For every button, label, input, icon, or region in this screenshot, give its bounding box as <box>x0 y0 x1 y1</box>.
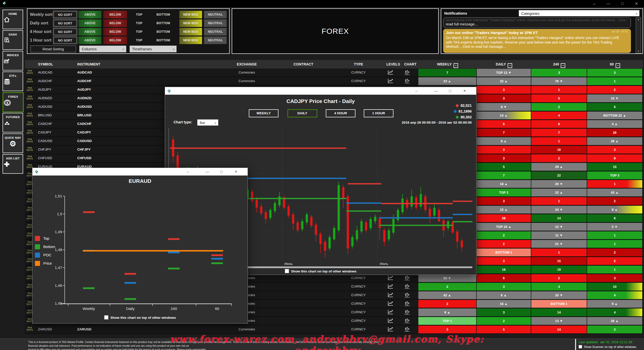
cell-60[interactable]: 2 <box>587 249 642 256</box>
cell-240[interactable]: 4 <box>531 112 587 119</box>
daily-cell[interactable]: 2 <box>477 231 531 239</box>
neutral-button[interactable]: NEUTRAL <box>204 19 227 27</box>
window-titlebar[interactable]: ↔ — □ × <box>32 168 248 176</box>
cell-240[interactable]: 21 ▼ <box>531 240 587 248</box>
new-box-button[interactable]: NEW BOX <box>179 28 202 36</box>
cell-240[interactable]: 3 <box>531 69 587 77</box>
daily-cell[interactable]: 8 ▼ <box>477 103 531 111</box>
sidebar-item-etfs[interactable]: ETFs <box>3 72 23 91</box>
sidebar-item-dash[interactable]: DASH <box>3 30 23 50</box>
daily-cell[interactable]: 7 <box>477 129 531 136</box>
cell-60[interactable]: 15 ▼ <box>587 94 642 102</box>
checkbox[interactable] <box>285 269 289 273</box>
levels-icon[interactable] <box>387 326 399 332</box>
maximize-button[interactable]: □ <box>445 87 455 95</box>
close-button[interactable]: × <box>631 0 642 7</box>
weekly-cell[interactable]: 50 ▼ <box>418 274 476 282</box>
resize-icon[interactable]: ↔ <box>589 0 600 7</box>
daily-cell[interactable]: 32 ▲ <box>477 77 531 85</box>
cell-240[interactable]: 5 <box>531 94 587 102</box>
cell-60[interactable]: 26 <box>587 129 642 136</box>
cell-240[interactable]: 15 <box>531 257 587 265</box>
cell-240[interactable]: 2 <box>531 154 587 162</box>
no-sort-button[interactable]: NO SORT <box>53 28 77 36</box>
daily-cell[interactable]: 3 <box>477 283 531 291</box>
table-row[interactable]: TASSAYSAUDCHFAUDCHFCurrenciesCURNCY23 ▲3… <box>25 77 643 86</box>
cell-60[interactable]: 2 <box>587 86 642 94</box>
cell-60[interactable]: 5 <box>587 103 642 111</box>
levels-icon[interactable] <box>387 275 399 281</box>
levels-icon[interactable] <box>387 318 399 323</box>
weekly-cell[interactable]: 2 <box>418 300 476 308</box>
cell-240[interactable]: 29 ▲ <box>531 163 587 171</box>
sidebar-item-quick-nav[interactable]: QUICK NAV⚙ <box>3 133 23 153</box>
chart-icon[interactable] <box>404 284 416 289</box>
neutral-button[interactable]: NEUTRAL <box>204 11 227 18</box>
daily-cell[interactable]: TOP 13 ▼ <box>477 69 531 77</box>
chart-icon[interactable] <box>404 301 416 306</box>
daily-cell[interactable]: TOP 2 <box>477 189 531 196</box>
resize-icon[interactable]: ↔ <box>411 87 421 95</box>
daily-cell[interactable]: 3 <box>477 86 531 94</box>
cell-60[interactable]: 4 <box>587 291 642 299</box>
daily-cell[interactable]: 2 <box>477 317 531 325</box>
chevron-down-icon[interactable]: ▼ <box>636 50 641 52</box>
cell-240[interactable]: BOTTOM 1 <box>531 300 587 308</box>
top-button[interactable]: TOP <box>128 37 151 44</box>
below-button[interactable]: BELOW <box>103 28 127 36</box>
weekly-cell[interactable]: 42 ▲ <box>418 291 476 299</box>
cell-240[interactable]: 12 ▼ <box>531 223 587 231</box>
close-button[interactable]: × <box>460 87 470 95</box>
checkbox[interactable] <box>579 345 582 348</box>
cell-60[interactable]: 5 <box>587 257 642 265</box>
timeframe-button-4-hour[interactable]: 4 HOUR <box>326 109 355 117</box>
cell-60[interactable]: 6 <box>587 214 642 222</box>
daily-cell[interactable]: 3 <box>477 308 531 316</box>
new-box-button[interactable]: NEW BOX <box>179 19 202 27</box>
neutral-button[interactable]: NEUTRAL <box>204 28 227 36</box>
chart-icon[interactable] <box>404 326 416 332</box>
daily-cell[interactable]: 6 ▲ <box>477 291 531 299</box>
column-header-weekly[interactable]: WEEKLY− <box>418 60 477 68</box>
cell-60[interactable]: BOTTOM 22 ▲ <box>587 112 642 119</box>
cell-240[interactable]: 14 <box>531 326 587 333</box>
chart-icon[interactable] <box>404 78 416 84</box>
resize-icon[interactable]: ↔ <box>183 168 193 176</box>
close-button[interactable]: × <box>231 168 241 176</box>
column-header-symbol[interactable]: SYMBOL <box>38 60 53 68</box>
categories-dropdown[interactable]: Categories ∨ <box>519 10 639 16</box>
daily-cell[interactable]: 16 <box>477 266 531 273</box>
column-header-240[interactable]: 240− <box>531 60 587 68</box>
daily-cell[interactable]: 6 <box>477 274 531 282</box>
cell-240[interactable]: 19 <box>531 266 587 273</box>
column-header-chart[interactable]: CHART <box>400 60 420 68</box>
cell-60[interactable]: 3 <box>587 69 642 77</box>
chart-icon[interactable] <box>404 309 416 315</box>
cell-60[interactable]: 1 <box>587 180 642 188</box>
cell-60[interactable]: 26 ▲ <box>587 137 642 145</box>
columns-dropdown[interactable]: Columns ∨ <box>79 46 126 52</box>
maximize-button[interactable]: □ <box>216 168 226 176</box>
cell-240[interactable]: 14 <box>531 214 587 222</box>
no-sort-button[interactable]: NO SORT <box>53 19 77 27</box>
checkbox[interactable] <box>104 315 108 320</box>
top-button[interactable]: TOP <box>128 19 151 27</box>
cell-60[interactable]: 43 ▲ <box>587 189 642 196</box>
daily-cell[interactable]: 3 <box>477 257 531 265</box>
cell-240[interactable]: 20 ▼ <box>531 180 587 188</box>
chevron-up-icon[interactable]: ▲ <box>636 18 641 21</box>
levels-icon[interactable] <box>387 301 399 306</box>
cell-240[interactable]: 2 <box>531 103 587 111</box>
no-sort-button[interactable]: NO SORT <box>53 37 77 44</box>
cell-240[interactable]: 2 <box>531 274 587 282</box>
daily-cell[interactable]: 5 <box>477 163 531 171</box>
column-header-instrument[interactable]: INSTRUMENT <box>77 60 100 68</box>
sidebar-item-futures[interactable]: FUTURES <box>3 113 23 132</box>
cell-60[interactable]: 4 <box>587 308 642 316</box>
cell-240[interactable]: 16 <box>531 146 587 154</box>
reset-sorting-button[interactable]: Reset Sorting <box>30 46 76 52</box>
cell-60[interactable]: 1 <box>587 266 642 273</box>
neutral-button[interactable]: NEUTRAL <box>204 37 227 44</box>
chart-icon[interactable] <box>404 69 416 75</box>
column-header-type[interactable]: TYPE <box>338 60 379 68</box>
